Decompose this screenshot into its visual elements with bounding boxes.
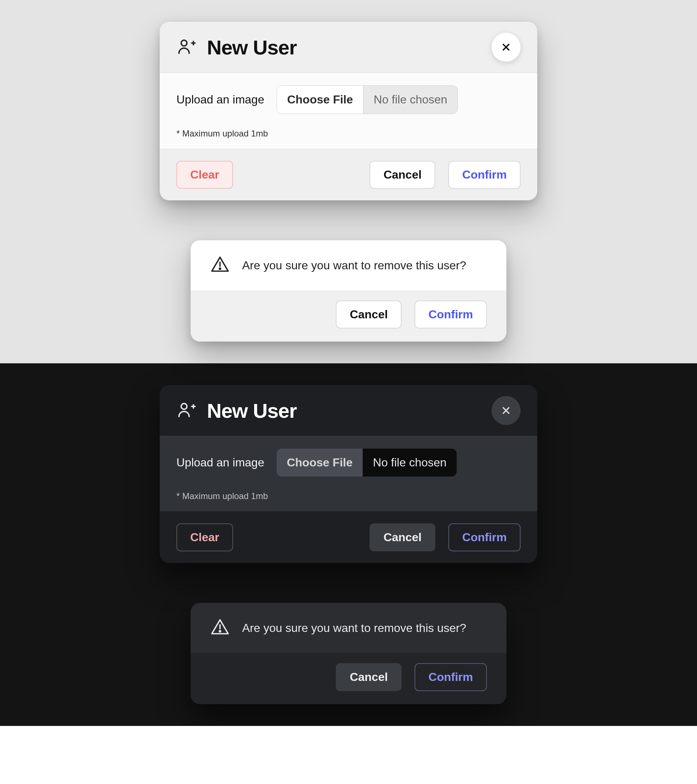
modal-title: New User	[207, 399, 481, 422]
warning-body: Are you sure you want to remove this use…	[191, 240, 506, 290]
remove-user-modal: Are you sure you want to remove this use…	[191, 240, 506, 341]
choose-file-button[interactable]: Choose File	[277, 449, 363, 476]
confirm-button[interactable]: Confirm	[415, 663, 487, 691]
new-user-modal: New User Upload an image Choose File No …	[160, 385, 537, 563]
close-icon	[501, 405, 511, 416]
warning-icon	[210, 618, 230, 639]
clear-button[interactable]: Clear	[176, 161, 233, 189]
modal-body: Upload an image Choose File No file chos…	[160, 72, 537, 149]
new-user-modal: New User Upload an image Choose File No …	[160, 22, 537, 200]
user-plus-icon	[176, 36, 197, 58]
file-status: No file chosen	[363, 85, 458, 114]
modal-actions: Clear Cancel Confirm	[160, 512, 537, 563]
cancel-button[interactable]: Cancel	[336, 663, 402, 691]
remove-user-modal: Are you sure you want to remove this use…	[191, 603, 506, 704]
upload-row: Upload an image Choose File No file chos…	[176, 449, 521, 476]
warning-actions: Cancel Confirm	[191, 290, 506, 341]
cancel-button[interactable]: Cancel	[369, 524, 435, 551]
warning-icon	[210, 255, 230, 276]
svg-point-6	[219, 268, 221, 269]
light-theme-zone: New User Upload an image Choose File No …	[0, 0, 697, 363]
file-status: No file chosen	[363, 449, 457, 476]
confirm-button[interactable]: Confirm	[448, 161, 521, 189]
upload-hint: * Maximum upload 1mb	[176, 128, 521, 138]
clear-button[interactable]: Clear	[176, 524, 233, 551]
warning-message: Are you sure you want to remove this use…	[242, 259, 466, 272]
confirm-button[interactable]: Confirm	[448, 524, 521, 551]
upload-row: Upload an image Choose File No file chos…	[176, 85, 521, 114]
modal-header: New User	[160, 385, 537, 436]
modal-title: New User	[207, 36, 481, 59]
dark-theme-zone: New User Upload an image Choose File No …	[0, 363, 697, 726]
warning-actions: Cancel Confirm	[191, 653, 506, 704]
modal-header: New User	[160, 22, 537, 72]
close-button[interactable]	[491, 396, 521, 425]
confirm-button[interactable]: Confirm	[415, 301, 487, 328]
upload-label: Upload an image	[176, 456, 264, 469]
warning-body: Are you sure you want to remove this use…	[191, 603, 506, 653]
choose-file-button[interactable]: Choose File	[277, 85, 363, 114]
svg-point-0	[181, 40, 187, 46]
file-input[interactable]: Choose File No file chosen	[277, 449, 457, 476]
user-plus-icon	[176, 400, 197, 422]
cancel-button[interactable]: Cancel	[336, 301, 402, 328]
warning-message: Are you sure you want to remove this use…	[242, 621, 466, 635]
file-input[interactable]: Choose File No file chosen	[277, 85, 458, 114]
svg-point-7	[181, 404, 187, 409]
modal-actions: Clear Cancel Confirm	[160, 149, 537, 200]
modal-body: Upload an image Choose File No file chos…	[160, 436, 537, 512]
cancel-button[interactable]: Cancel	[369, 161, 435, 189]
close-button[interactable]	[491, 33, 521, 62]
upload-hint: * Maximum upload 1mb	[176, 491, 521, 501]
svg-point-13	[219, 631, 221, 632]
upload-label: Upload an image	[176, 93, 264, 106]
close-icon	[501, 42, 511, 53]
